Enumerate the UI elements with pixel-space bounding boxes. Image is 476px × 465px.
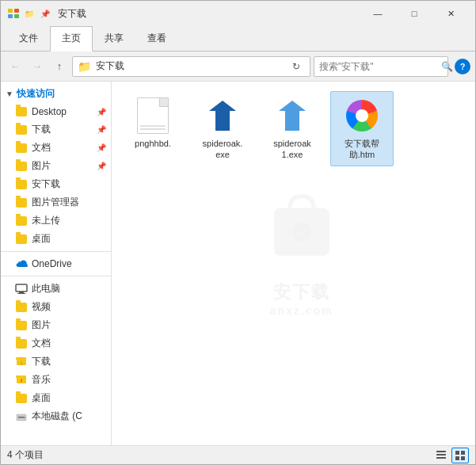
sidebar-item-pic-manager[interactable]: 图片管理器: [1, 193, 111, 212]
forward-button[interactable]: →: [28, 57, 47, 76]
downloads-pc-icon: ↓: [15, 356, 28, 368]
onedrive-icon: [15, 257, 28, 270]
sidebar-item-docs-pc-label: 文档: [32, 337, 51, 350]
sidebar-item-docs-pc[interactable]: 文档: [1, 334, 111, 353]
maximize-button[interactable]: □: [396, 1, 432, 26]
desktop-pc-folder-icon: [15, 392, 28, 405]
svg-rect-4: [16, 284, 27, 292]
refresh-button[interactable]: ↻: [288, 58, 305, 75]
svg-text:♪: ♪: [20, 377, 23, 383]
watermark: 安下载 anxz.com: [262, 184, 341, 316]
sidebar-item-not-uploaded-label: 未上传: [32, 214, 60, 227]
file-label-anxz-help: 安下载帮 助.htm: [334, 138, 390, 161]
sidebar-item-music-label: 音乐: [32, 373, 51, 387]
sidebar-item-desktop-pc-label: 桌面: [32, 391, 51, 405]
svg-rect-21: [436, 454, 446, 455]
sidebar-pin-downloads: 📌: [97, 125, 106, 134]
svg-marker-19: [279, 101, 306, 131]
svg-rect-25: [455, 456, 459, 460]
downloads-folder-icon: [15, 124, 28, 136]
tab-share[interactable]: 共享: [93, 26, 135, 51]
file-item-spideroak[interactable]: spideroak. exe: [191, 91, 254, 166]
pc-icon: [15, 283, 28, 295]
sidebar-item-video-label: 视频: [32, 300, 51, 314]
svg-rect-6: [17, 293, 25, 294]
spideroak-dark-icon: [207, 100, 238, 131]
pc-section: 此电脑 视频 图片 文: [1, 280, 111, 425]
sidebar-item-desktop-label: Desktop: [32, 106, 67, 117]
close-button[interactable]: ✕: [432, 1, 469, 26]
sidebar-item-downloads-pc[interactable]: ↓ 下载: [1, 353, 111, 371]
pc-label: 此电脑: [32, 282, 60, 295]
svg-rect-14: [18, 417, 25, 418]
back-button[interactable]: ←: [6, 57, 25, 76]
file-icon-spideroak: [204, 97, 242, 135]
sidebar-item-local-c[interactable]: 本地磁盘 (C: [1, 407, 111, 425]
svg-point-15: [24, 417, 25, 418]
ribbon-tabs: 文件 主页 共享 查看: [1, 26, 475, 51]
svg-rect-23: [455, 451, 459, 455]
svg-rect-24: [461, 451, 465, 455]
window-title: 安下载: [58, 7, 360, 21]
address-folder-icon: 📁: [78, 60, 91, 73]
sidebar-item-onedrive[interactable]: OneDrive: [1, 255, 111, 273]
sidebar-item-anxz-label: 安下载: [32, 177, 60, 191]
sidebar-item-downloads-pc-label: 下载: [32, 355, 51, 368]
up-button[interactable]: ↑: [50, 57, 69, 76]
nav-bar: ← → ↑ 📁 安下载 ↻ 🔍 ?: [1, 51, 475, 82]
file-item-spideroak1[interactable]: spideroak 1.exe: [261, 91, 324, 166]
path-current: 安下载: [96, 59, 124, 73]
pic-manager-folder-icon: [15, 196, 28, 209]
not-uploaded-folder-icon: [15, 215, 28, 227]
sidebar-item-pictures[interactable]: 图片 📌: [1, 157, 111, 175]
sidebar-item-desktop-pc[interactable]: 桌面: [1, 389, 111, 407]
sidebar-item-not-uploaded[interactable]: 未上传: [1, 212, 111, 230]
sidebar-item-docs[interactable]: 文档 📌: [1, 139, 111, 157]
sidebar-item-downloads[interactable]: 下载 📌: [1, 120, 111, 139]
ribbon: 文件 主页 共享 查看: [1, 26, 475, 51]
file-icon-anxz-help: [343, 97, 381, 135]
main-area: ▼ 快速访问 Desktop 📌 下载 📌: [1, 82, 475, 445]
list-view-button[interactable]: [432, 448, 450, 463]
quick-access-chevron: ▼: [6, 90, 13, 98]
sidebar-item-downloads-label: 下载: [32, 123, 51, 136]
htm-file-inner: [356, 109, 368, 122]
sidebar-item-desktop[interactable]: Desktop 📌: [1, 103, 111, 120]
sidebar-item-music[interactable]: ♪ 音乐: [1, 371, 111, 389]
title-bar: 📁 📌 安下载 — □ ✕: [1, 1, 475, 26]
svg-rect-1: [8, 14, 13, 18]
svg-marker-18: [209, 101, 236, 131]
svg-rect-20: [436, 451, 446, 452]
minimize-button[interactable]: —: [360, 1, 396, 26]
file-label-spideroak1: spideroak 1.exe: [265, 138, 320, 161]
svg-rect-11: [16, 375, 20, 378]
htm-file-icon: [346, 100, 378, 131]
address-bar[interactable]: 📁 安下载 ↻: [72, 56, 310, 77]
svg-text:↓: ↓: [20, 360, 23, 365]
sidebar-item-desktop2[interactable]: 桌面: [1, 230, 111, 248]
search-input[interactable]: [319, 61, 438, 72]
sidebar-item-anxz[interactable]: 安下载: [1, 175, 111, 193]
sidebar-divider-2: [1, 276, 111, 276]
file-item-anxz-help[interactable]: 安下载帮 助.htm: [330, 91, 394, 166]
sidebar-item-pictures-pc-label: 图片: [32, 318, 51, 332]
file-item-pnghhbd[interactable]: pnghhbd.: [121, 91, 185, 166]
sidebar-item-docs-label: 文档: [32, 141, 51, 154]
grid-view-button[interactable]: [451, 448, 469, 463]
sidebar-item-video[interactable]: 视频: [1, 298, 111, 316]
watermark-text: 安下载: [262, 280, 341, 303]
docs-pc-folder-icon: [15, 337, 28, 350]
pictures-folder-icon: [15, 160, 28, 173]
onedrive-label: OneDrive: [32, 258, 72, 269]
watermark-bag-icon: [262, 184, 341, 280]
quick-access-header[interactable]: ▼ 快速访问: [1, 85, 111, 103]
docs-folder-icon: [15, 142, 28, 154]
help-button[interactable]: ?: [455, 59, 470, 74]
sidebar-item-pictures-pc[interactable]: 图片: [1, 316, 111, 334]
tab-home[interactable]: 主页: [50, 26, 93, 51]
tab-view[interactable]: 查看: [135, 26, 178, 51]
search-bar[interactable]: 🔍: [314, 56, 448, 77]
sidebar-item-pc[interactable]: 此电脑: [1, 280, 111, 298]
svg-rect-0: [8, 9, 13, 13]
tab-file[interactable]: 文件: [7, 26, 50, 51]
